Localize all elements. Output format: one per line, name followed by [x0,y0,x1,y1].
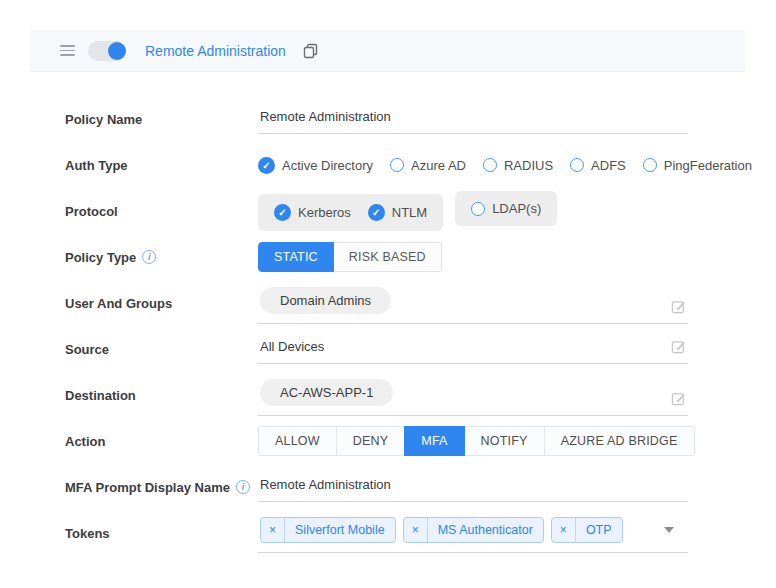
row-protocol: Protocol ✓ Kerberos ✓ NTLM LDAP(s) [65,188,776,234]
destination-chip[interactable]: AC-AWS-APP-1 [260,379,393,406]
token-label: MS Authenticator [428,518,543,542]
protocol-option-ldaps[interactable]: LDAP(s) [471,201,541,216]
protocol-group-ldap: LDAP(s) [455,191,557,226]
radio-unchecked-icon [483,158,497,172]
action-label: Action [65,434,258,449]
option-label: LDAP(s) [492,201,541,216]
copy-icon[interactable] [303,43,319,59]
auth-type-option-pingfederation[interactable]: PingFederation [643,158,752,173]
info-icon[interactable]: i [236,480,250,494]
radio-unchecked-icon [643,158,657,172]
policy-name-input[interactable]: Remote Administration [258,105,688,134]
policy-type-label: Policy Type [65,250,136,265]
user-group-chip[interactable]: Domain Admins [260,287,391,314]
row-user-and-groups: User And Groups Domain Admins [65,280,776,326]
checkbox-checked-icon: ✓ [274,204,291,221]
row-source: Source All Devices [65,326,776,372]
toggle-knob [108,42,126,60]
auth-type-label: Auth Type [65,158,258,173]
option-label: ADFS [591,158,626,173]
radio-unchecked-icon [570,158,584,172]
tokens-field[interactable]: × Silverfort Mobile × MS Authenticator ×… [258,513,688,553]
token-label: Silverfort Mobile [285,518,395,542]
destination-field[interactable]: AC-AWS-APP-1 [258,375,688,416]
mfa-prompt-input[interactable]: Remote Administration [258,473,688,502]
option-label: NTLM [392,205,427,220]
policy-type-risk-based-button[interactable]: RISK BASED [334,242,442,272]
option-label: Active Directory [282,158,373,173]
policy-enabled-toggle[interactable] [88,41,126,61]
policy-name-label: Policy Name [65,112,258,127]
user-and-groups-field[interactable]: Domain Admins [258,283,688,324]
action-mfa-button[interactable]: MFA [404,426,464,456]
row-policy-type: Policy Type i STATIC RISK BASED [65,234,776,280]
auth-type-option-active-directory[interactable]: ✓ Active Directory [258,157,373,174]
policy-type-static-button[interactable]: STATIC [258,242,334,272]
row-auth-type: Auth Type ✓ Active Directory Azure AD RA… [65,142,776,188]
row-action: Action ALLOW DENY MFA NOTIFY AZURE AD BR… [65,418,776,464]
edit-icon[interactable] [671,339,686,354]
token-chip-silverfort-mobile: × Silverfort Mobile [260,517,396,543]
protocol-option-kerberos[interactable]: ✓ Kerberos [274,204,351,221]
source-label: Source [65,342,258,357]
option-label: Kerberos [298,205,351,220]
auth-type-option-adfs[interactable]: ADFS [570,158,626,173]
dropdown-caret-icon[interactable] [664,527,674,533]
remove-token-icon[interactable]: × [261,518,285,542]
policy-title: Remote Administration [145,43,286,59]
protocol-option-ntlm[interactable]: ✓ NTLM [368,204,427,221]
row-destination: Destination AC-AWS-APP-1 [65,372,776,418]
auth-type-option-azure-ad[interactable]: Azure AD [390,158,466,173]
action-deny-button[interactable]: DENY [336,426,406,456]
destination-label: Destination [65,388,258,403]
mfa-prompt-label: MFA Prompt Display Name [65,480,230,495]
token-chip-otp: × OTP [551,517,623,543]
action-azure-ad-bridge-button[interactable]: AZURE AD BRIDGE [544,426,695,456]
remove-token-icon[interactable]: × [552,518,576,542]
source-field[interactable]: All Devices [258,335,688,364]
user-and-groups-label: User And Groups [65,296,258,311]
option-label: Azure AD [411,158,466,173]
edit-icon[interactable] [671,391,686,406]
protocol-label: Protocol [65,204,258,219]
info-icon[interactable]: i [142,250,156,264]
radio-checked-icon: ✓ [258,157,275,174]
policy-header-bar: Remote Administration [30,30,745,72]
policy-form: Policy Name Remote Administration Auth T… [0,72,776,556]
option-label: PingFederation [664,158,752,173]
radio-unchecked-icon [390,158,404,172]
auth-type-option-radius[interactable]: RADIUS [483,158,553,173]
checkbox-checked-icon: ✓ [368,204,385,221]
drag-handle-icon[interactable] [60,45,75,56]
protocol-group-kerberos-ntlm: ✓ Kerberos ✓ NTLM [258,194,443,231]
token-chip-ms-authenticator: × MS Authenticator [403,517,544,543]
action-notify-button[interactable]: NOTIFY [464,426,545,456]
row-tokens: Tokens × Silverfort Mobile × MS Authenti… [65,510,776,556]
remove-token-icon[interactable]: × [404,518,428,542]
row-policy-name: Policy Name Remote Administration [65,96,776,142]
row-mfa-prompt: MFA Prompt Display Name i Remote Adminis… [65,464,776,510]
option-label: RADIUS [504,158,553,173]
tokens-label: Tokens [65,526,258,541]
edit-icon[interactable] [671,299,686,314]
action-allow-button[interactable]: ALLOW [258,426,337,456]
token-label: OTP [576,518,622,542]
checkbox-unchecked-icon [471,202,485,216]
